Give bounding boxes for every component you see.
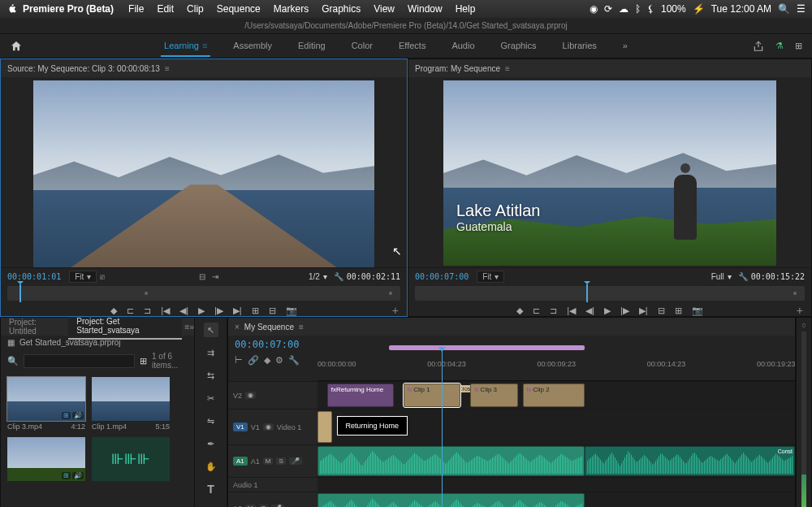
go-to-out-icon[interactable]: ▶| [639,306,648,316]
menu-markers[interactable]: Markers [274,3,309,15]
menu-sequence[interactable]: Sequence [217,3,261,15]
workspace-learning[interactable]: Learning≡ [161,36,210,57]
wifi-icon[interactable]: ⚸ [647,3,654,15]
chevron-down-icon[interactable]: ▾ [728,272,732,281]
panel-menu-icon[interactable]: ≡ [165,64,170,73]
menu-clip[interactable]: Clip [187,3,204,15]
menu-help[interactable]: Help [456,3,476,15]
app-name[interactable]: Premiere Pro (Beta) [23,3,114,15]
menu-file[interactable]: File [128,3,144,15]
step-back-icon[interactable]: ◀| [179,306,188,316]
cc-icon[interactable]: ◉ [590,3,598,15]
audio-meter[interactable]: 0 dB [796,317,812,507]
pen-tool-icon[interactable]: ✒ [204,436,218,451]
track-toggle-icon[interactable]: ◉ [263,423,274,431]
home-icon[interactable] [10,40,23,53]
clip-audio[interactable] [317,493,585,507]
battery-icon[interactable]: ⚡ [693,3,705,15]
marker-icon[interactable]: ◆ [264,355,270,366]
export-frame-icon[interactable]: 📷 [692,306,703,316]
mark-in-icon[interactable]: ⊏ [533,306,540,316]
sync-icon[interactable]: ⟳ [604,3,612,15]
hand-tool-icon[interactable]: ✋ [204,459,218,474]
workspace-editing[interactable]: Editing [295,36,329,57]
insert-icon[interactable]: ⊞ [252,306,259,316]
step-fwd-icon[interactable]: |▶ [214,306,223,316]
source-monitor[interactable] [33,80,374,270]
source-playback-res[interactable]: 1/2 [309,272,320,281]
source-settings-icon[interactable]: ⎚ [100,272,105,281]
source-panel-title[interactable]: Source: My Sequence: Clip 3: 00:00:08:13 [7,64,160,73]
add-marker-icon[interactable]: ◆ [110,306,117,316]
program-timecode-in[interactable]: 00:00:07:00 [415,272,469,281]
clip-title[interactable]: fxReturning Home [327,384,394,407]
mark-out-icon[interactable]: ⊐ [144,306,151,316]
overwrite-icon[interactable]: ⊟ [269,306,276,316]
new-bin-icon[interactable]: ⊞ [140,356,147,366]
add-marker-icon[interactable]: ◆ [516,306,523,316]
panel-menu-icon[interactable]: ≡ [299,323,304,332]
timeline-timecode[interactable]: 00:00:07:00 [235,339,311,350]
clip-audio[interactable] [317,446,585,476]
program-monitor[interactable]: Lake Atitlan Guatemala [443,80,776,266]
menu-view[interactable]: View [374,3,395,15]
project-search-input[interactable] [24,354,135,368]
program-scrubber[interactable] [415,286,805,301]
notifications-icon[interactable]: ☰ [797,3,806,15]
clip-video[interactable]: fxClip 2 [523,384,585,407]
project-item[interactable]: ⊪⊪⊪ [92,437,170,483]
work-area[interactable] [389,345,585,350]
workspace-audio[interactable]: Audio [448,36,477,57]
wrench-icon[interactable]: 🔧 [738,272,748,281]
mark-out-icon[interactable]: ⊐ [550,306,557,316]
menu-window[interactable]: Window [408,3,443,15]
cloud-icon[interactable]: ☁ [619,3,628,15]
button-editor-icon[interactable]: + [392,304,399,317]
wrench-icon[interactable]: 🔧 [288,355,300,366]
export-frame-icon[interactable]: 📷 [286,306,297,316]
go-to-in-icon[interactable]: |◀ [567,306,576,316]
timeline-playhead[interactable] [442,350,443,507]
workspace-overflow[interactable]: » [620,36,631,57]
workspace-assembly[interactable]: Assembly [230,36,275,57]
project-item[interactable]: Clip 1.mp45:15 [92,377,170,431]
settings-icon[interactable]: ⚙ [275,355,283,366]
overflow-icon[interactable]: » [189,323,194,332]
project-filename[interactable]: Get Started_svatsaya.prproj [19,338,121,347]
close-icon[interactable]: × [235,323,240,332]
program-zoom-select[interactable]: Fit ▾ [477,271,504,283]
ripple-edit-tool-icon[interactable]: ⇆ [204,368,218,383]
voiceover-icon[interactable]: 🎤 [289,457,302,465]
track-select-tool-icon[interactable]: ⇉ [204,345,218,360]
snap-icon[interactable]: ⊢ [235,355,243,366]
step-fwd-icon[interactable]: |▶ [620,306,629,316]
project-item[interactable]: ⊞🔊 Clip 3.mp44:12 [7,377,85,431]
bin-icon[interactable]: ▦ [7,338,15,347]
button-editor-icon[interactable]: + [797,304,803,317]
bluetooth-icon[interactable]: ᛒ [635,3,641,15]
share-icon[interactable] [753,41,764,52]
lift-icon[interactable]: ⊟ [658,306,665,316]
program-timecode-out[interactable]: 00:00:15:22 [751,272,805,281]
clip-video[interactable]: fxClip 3 [470,384,518,407]
mark-in-icon[interactable]: ⊏ [127,306,134,316]
source-timecode-in[interactable]: 00:00:01:01 [7,272,61,281]
clip-video[interactable]: fxClip 1 [404,384,461,407]
clip-audio[interactable]: Const [585,446,795,476]
quick-export-icon[interactable]: ⚗ [775,41,784,51]
workspace-effects[interactable]: Effects [395,36,429,57]
transition[interactable] [317,411,332,443]
workspace-graphics[interactable]: Graphics [498,36,540,57]
source-resolution-icon[interactable]: ⊟ [199,272,205,281]
source-timecode-out[interactable]: 00:00:02:11 [347,272,400,281]
extract-icon[interactable]: ⊞ [675,306,682,316]
source-trim-icon[interactable]: ⇥ [212,272,218,281]
type-tool-icon[interactable]: T [204,482,218,496]
workspace-libraries[interactable]: Libraries [559,36,600,57]
program-panel-title[interactable]: Program: My Sequence [415,64,500,73]
linked-selection-icon[interactable]: 🔗 [248,355,259,366]
slip-tool-icon[interactable]: ⇋ [204,414,218,428]
step-back-icon[interactable]: ◀| [585,306,594,316]
menu-graphics[interactable]: Graphics [322,3,361,15]
wrench-icon[interactable]: 🔧 [334,272,343,281]
